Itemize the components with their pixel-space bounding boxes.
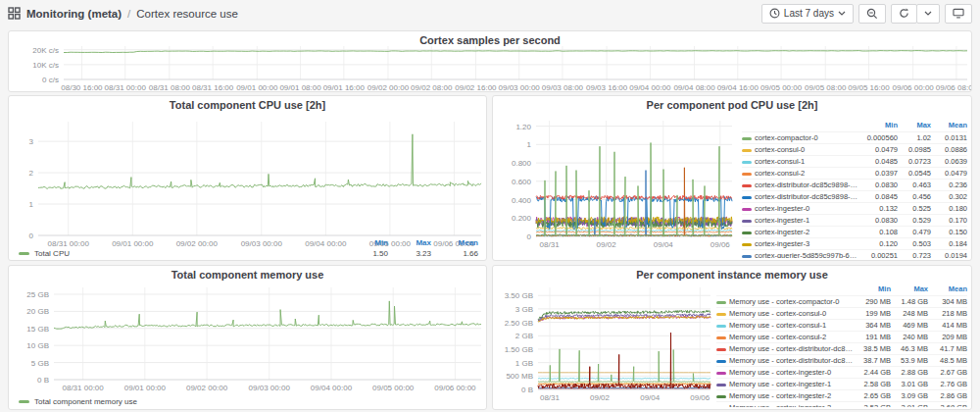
legend-row: Memory use - cortex-ingester-02.44 GB2.8… [716,366,967,378]
series-samples [64,51,967,53]
legend-mean: 48.5 MB [928,355,967,367]
legend-series-label[interactable]: Memory use - cortex-consul-2 [729,332,854,343]
svg-text:09/06 08:00: 09/06 08:00 [936,83,971,91]
legend-max: 0.503 [898,238,931,250]
breadcrumb-page[interactable]: Cortex resource use [136,8,238,20]
svg-text:1.20: 1.20 [515,123,531,131]
svg-text:2.50 GB: 2.50 GB [505,319,533,328]
legend-series-label[interactable]: cortex-ingester-0 [755,203,860,215]
svg-text:3.50 GB: 3.50 GB [505,291,533,300]
svg-text:08/31 00:00: 08/31 00:00 [63,384,105,392]
legend-series-label[interactable]: cortex-ingester-3 [755,238,860,250]
legend-col-mean[interactable]: Mean [431,237,478,248]
legend-mean: 218 MB [928,308,967,320]
legend: MinMaxMeanTotal CPU1.503.231.66 [19,237,478,259]
legend-color-swatch [742,184,752,187]
legend-series-label[interactable]: cortex-distributor-dc85c9898-wbr9k [755,191,860,203]
legend-series-label[interactable]: Memory use - cortex-ingester-0 [729,367,854,379]
panel-title[interactable]: Per component instance memory use [493,269,971,281]
gridlines [538,287,710,389]
time-range-picker[interactable]: Last 7 days [761,4,854,24]
refresh-button[interactable] [891,4,917,24]
legend-series-label[interactable]: cortex-consul-1 [755,156,860,168]
legend-color-swatch [716,313,726,316]
legend-series-label[interactable]: Memory use - cortex-distributor-dc85c989… [729,355,854,367]
svg-text:0.200: 0.200 [512,214,532,223]
svg-text:09/03 16:00: 09/03 16:00 [586,83,628,91]
x-axis-labels: 08/3109/0209/0409/06 [540,240,731,249]
panel-title[interactable]: Cortex samples per second [9,34,971,46]
breadcrumb-section[interactable]: Monitoring (meta) [26,8,122,20]
legend-min: 0.108 [860,227,898,238]
legend-series-label[interactable]: cortex-consul-2 [755,168,860,180]
legend-max: 3.09 GB [891,390,928,402]
series-Total component memory use [54,301,481,329]
legend-col-min[interactable]: Min [854,283,891,295]
legend-row: Memory use - cortex-consul-2191 MB240 MB… [716,331,967,342]
legend-col-max[interactable]: Max [898,120,931,131]
legend-col-min[interactable]: Min [860,120,898,131]
svg-text:08/31: 08/31 [540,240,561,249]
legend-series-label[interactable]: Memory use - cortex-distributor-dc85c989… [729,343,854,355]
legend-mean: 0.0886 [931,144,967,156]
legend-row: cortex-consul-10.04850.07230.0639 [742,155,967,167]
legend-series-label[interactable]: Total component memory use [34,397,137,406]
legend-row: cortex-ingester-20.1080.4790.150 [742,226,967,237]
legend-min: 0.0845 [860,191,898,203]
legend-col-mean[interactable]: Mean [931,120,967,131]
legend-series-label[interactable]: cortex-ingester-2 [755,227,860,238]
legend-row: cortex-querier-5d859c997b-69hpt0.002510.… [742,249,967,258]
svg-text:2: 2 [29,169,34,178]
y-axis-labels: 3210 [29,137,34,240]
legend-color-swatch [716,325,726,328]
legend-min: 364 MB [854,320,891,332]
panel-total-component-memory-use: Total component memory use 25 GB20 GB15 … [8,265,487,410]
tv-mode-button[interactable] [945,4,972,24]
legend-col-max[interactable]: Max [388,237,431,248]
legend-col-max[interactable]: Max [891,283,928,295]
legend-series-label[interactable]: Memory use - cortex-ingester-1 [729,379,854,390]
legend-color-swatch [742,173,752,176]
panel-title[interactable]: Total component CPU use [2h] [9,99,486,111]
svg-text:09/01 00:00: 09/01 00:00 [236,83,278,91]
legend-mean: 0.236 [931,180,967,191]
legend-min: 2.65 GB [854,390,891,402]
svg-text:08/31 08:00: 08/31 08:00 [149,83,191,91]
svg-text:0: 0 [527,232,532,241]
legend-color-swatch [742,149,752,152]
panel-title[interactable]: Total component memory use [9,269,486,281]
legend-mean: 209 MB [928,332,967,343]
legend-mean: 2.76 GB [928,379,967,390]
svg-text:500 MB: 500 MB [506,372,533,381]
zoom-out-button[interactable] [858,4,886,24]
series-consul-2 [538,384,710,385]
legend-series-label[interactable]: Memory use - cortex-consul-0 [729,308,854,320]
legend-col-min[interactable]: Min [345,237,388,248]
legend-series-label[interactable]: cortex-querier-5d859c997b-69hpt [755,250,860,258]
legend-series-label[interactable]: cortex-consul-0 [755,144,860,156]
panel-total-component-cpu-use: Total component CPU use [2h] 321008/31 0… [8,95,487,261]
svg-text:09/06: 09/06 [690,393,710,402]
legend-table: MinMaxMeanMemory use - cortex-compactor-… [716,283,967,407]
legend-color-swatch [742,255,752,258]
legend-color-swatch [742,243,752,246]
legend-series-label[interactable]: Total CPU [34,248,70,259]
legend-series-label[interactable]: Memory use - cortex-ingester-2 [729,390,854,402]
refresh-interval-button[interactable] [916,4,940,24]
legend-series-label[interactable]: Memory use - cortex-consul-1 [729,320,854,332]
legend-col-mean[interactable]: Mean [928,283,967,295]
legend-series-label[interactable]: cortex-ingester-1 [755,215,860,227]
panel-title[interactable]: Per component pod CPU use [2h] [493,99,971,111]
svg-text:08/31: 08/31 [540,393,561,402]
svg-text:09/01 08:00: 09/01 08:00 [279,83,321,91]
legend-min: 0.0485 [860,156,898,168]
legend-series-label[interactable]: Memory use - cortex-compactor-0 [729,296,854,308]
legend-color-swatch [716,348,726,351]
legend-series-label[interactable]: cortex-distributor-dc85c9898-mt2j5 [755,180,860,191]
panel-per-component-instance-memory-use: Per component instance memory use 3.50 G… [492,265,972,410]
legend-max: 3.23 [388,248,431,259]
legend-series-label[interactable]: cortex-compactor-0 [755,132,860,144]
legend-series-label[interactable]: Memory use - cortex-ingester-3 [729,402,854,407]
refresh-icon [899,8,909,19]
svg-text:09/04 08:00: 09/04 08:00 [673,83,715,91]
